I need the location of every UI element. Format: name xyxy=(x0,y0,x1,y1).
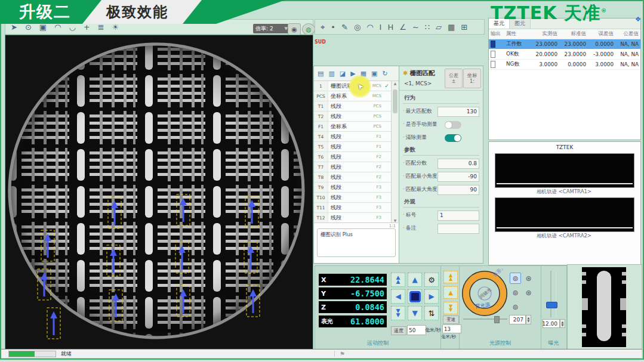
magnification-value: 倍率: 2 xyxy=(255,25,273,33)
tab-primitives[interactable]: 基元 xyxy=(489,18,510,29)
step-row[interactable]: T11线段F3 xyxy=(314,203,391,213)
point-tool-icon[interactable]: • xyxy=(331,23,335,31)
jog-stop-button[interactable] xyxy=(408,289,422,304)
lamp-icon[interactable]: ☀ xyxy=(112,23,119,31)
angle-tool-icon[interactable]: ∠ xyxy=(399,23,406,31)
report-view-icon[interactable]: ▣ xyxy=(371,70,377,78)
remark-input[interactable] xyxy=(437,224,479,234)
speed-label: 速度 xyxy=(391,326,406,335)
layers-icon[interactable]: ≣ xyxy=(98,23,104,31)
step-row[interactable]: T9线段F3 xyxy=(314,182,391,193)
jog-right-button[interactable]: ▶ xyxy=(424,289,439,304)
grid-match-icon[interactable]: ▦ xyxy=(448,23,455,31)
step-row[interactable]: T2线段PCS xyxy=(314,112,391,122)
distance-tool-icon[interactable]: I xyxy=(380,23,382,31)
jog-down-fast-button[interactable]: ▼▼ xyxy=(391,306,405,320)
step-row[interactable]: T10线段F3 xyxy=(314,193,391,203)
light-mode-ring-icon[interactable]: ⊚ xyxy=(510,273,521,284)
coordinate-system-icon[interactable]: ⌖ xyxy=(321,23,325,31)
light-value-input[interactable]: 207 xyxy=(509,315,526,324)
step-row[interactable]: T8线段F2 xyxy=(314,172,391,182)
jog-left-button[interactable]: ◀ xyxy=(391,289,405,304)
trace-plot-2 xyxy=(495,197,634,232)
exposure-slider-handle[interactable] xyxy=(546,302,557,308)
table-row[interactable]: NG数 3.0000 0.0000 3.0000 NA, NA xyxy=(489,60,640,70)
jog-settings-button[interactable]: ⚙ xyxy=(424,273,439,287)
arc-up-icon[interactable]: ◠ xyxy=(54,23,61,31)
paste-step-icon[interactable]: ▥ xyxy=(328,70,334,78)
light-mode-side-icon[interactable]: ⊛ xyxy=(523,287,534,298)
light-mode-back-icon[interactable]: ⊚ xyxy=(510,287,521,298)
arc-tool-icon[interactable]: ◠ xyxy=(366,23,373,31)
z-up-button[interactable]: ▲ xyxy=(443,286,458,299)
output-checkbox[interactable] xyxy=(491,61,495,68)
line-tool-icon[interactable]: ✎ xyxy=(341,23,348,31)
max-angle-input[interactable]: 90 xyxy=(437,185,479,195)
light-slider-handle[interactable] xyxy=(494,316,500,323)
step-row[interactable]: F1坐标系PCS xyxy=(314,122,391,132)
light-mode-coax-icon[interactable]: ⊛ xyxy=(523,273,534,284)
step-row[interactable]: T1线段PCS xyxy=(314,101,391,112)
cursor-icon[interactable]: ➤ xyxy=(11,23,17,31)
speed-input[interactable]: 50 xyxy=(407,325,426,335)
steps-scrollbar[interactable]: ▲ ▼ xyxy=(391,81,399,222)
dro-x: X22.8644 xyxy=(319,274,387,286)
output-checkbox[interactable] xyxy=(491,41,495,48)
step-row[interactable]: T4线段F1 xyxy=(314,132,391,142)
table-row[interactable]: OK数 20.0000 23.0000 -3.0000 NA, NA xyxy=(489,49,640,60)
jog-up-fast-button[interactable]: ▲▲ xyxy=(391,273,405,287)
magnification-select[interactable]: 倍率: 2 ▼ xyxy=(253,24,290,33)
tool-icon: ✱ xyxy=(403,70,408,76)
crosshair-icon[interactable]: + xyxy=(84,23,90,31)
step-row[interactable]: T7线段F2 xyxy=(314,162,391,172)
coordinate-button[interactable]: 坐标 1: xyxy=(463,69,481,88)
width-tool-icon[interactable]: H xyxy=(387,23,393,31)
z-speed-mode-button[interactable]: 变速 xyxy=(443,315,459,324)
match-score-input[interactable]: 0.8 xyxy=(437,159,479,169)
step-row[interactable]: T5线段F1 xyxy=(314,142,391,152)
table-row[interactable]: 工件数 23.0000 23.0000 0.0000 NA, NA xyxy=(489,39,640,49)
step-row[interactable]: T6线段F2 xyxy=(314,152,391,162)
exposure-value-input[interactable]: 12.00 xyxy=(543,319,560,328)
z-speed-input[interactable]: 13 xyxy=(442,324,461,333)
min-angle-input[interactable]: -90 xyxy=(437,172,479,182)
curve-tool-icon[interactable]: ~ xyxy=(412,23,419,31)
circle-tool-icon[interactable]: ◎ xyxy=(354,23,360,31)
manual-measure-toggle[interactable] xyxy=(445,121,461,129)
save-step-icon[interactable]: ◪ xyxy=(340,70,346,78)
exposure-spinner[interactable]: ▲▼ xyxy=(560,319,565,328)
scroll-down-icon[interactable]: ▼ xyxy=(392,218,399,222)
refresh-icon[interactable]: ↻ xyxy=(383,70,388,78)
calculator-icon[interactable]: ⊞ xyxy=(461,23,467,31)
arc-down-icon[interactable]: ◡ xyxy=(69,23,75,31)
step-row[interactable]: T12线段F3 xyxy=(314,213,391,222)
exposure-slider-track[interactable] xyxy=(550,271,551,317)
camera-image-view[interactable] xyxy=(5,35,313,350)
camera-trace-panel: TZTEK 相机轨迹 <CAMTRA1> 相机轨迹 <CAMTRA2> xyxy=(488,141,641,265)
tolerance-button[interactable]: 公差 ± xyxy=(445,69,463,88)
blob-tool-icon[interactable]: ▱ xyxy=(436,23,442,31)
jog-up-button[interactable]: ▲ xyxy=(408,273,422,287)
clear-measure-toggle[interactable] xyxy=(445,134,461,142)
light-mode-aux-icon[interactable]: ⊚ xyxy=(510,301,521,313)
light-value-spinner[interactable]: ▲▼ xyxy=(526,315,531,324)
label-number-input[interactable]: 1 xyxy=(437,211,479,221)
output-checkbox[interactable] xyxy=(491,51,495,58)
jog-down-button[interactable]: ▼ xyxy=(408,306,422,320)
plugin-card[interactable]: 栅图识别 Plus xyxy=(317,228,396,257)
scroll-up-icon[interactable]: ▲ xyxy=(392,81,399,85)
camera-capture-button[interactable]: ◉ xyxy=(288,23,301,35)
scroll-thumb[interactable] xyxy=(393,89,398,113)
light-ring-display[interactable]: 环形光 同轴光 背光源 xyxy=(461,268,512,320)
jog-tune-button[interactable]: ⇅ xyxy=(424,306,439,320)
zoom-icon[interactable]: ⊙ xyxy=(25,23,32,31)
z-up-fast-button[interactable]: ▲▲ xyxy=(443,271,458,283)
world-view-button[interactable]: ◍ xyxy=(302,23,315,35)
tab-elements[interactable]: 图元 xyxy=(510,18,531,29)
snapshot-icon[interactable]: ▣ xyxy=(39,23,47,31)
copy-step-icon[interactable]: ▤ xyxy=(318,70,323,78)
pattern-tool-icon[interactable]: ∷ xyxy=(425,23,430,31)
max-matches-input[interactable]: 130 xyxy=(437,107,479,117)
z-down-fast-button[interactable]: ▼▼ xyxy=(443,302,458,314)
light-slider-track[interactable] xyxy=(463,318,507,320)
